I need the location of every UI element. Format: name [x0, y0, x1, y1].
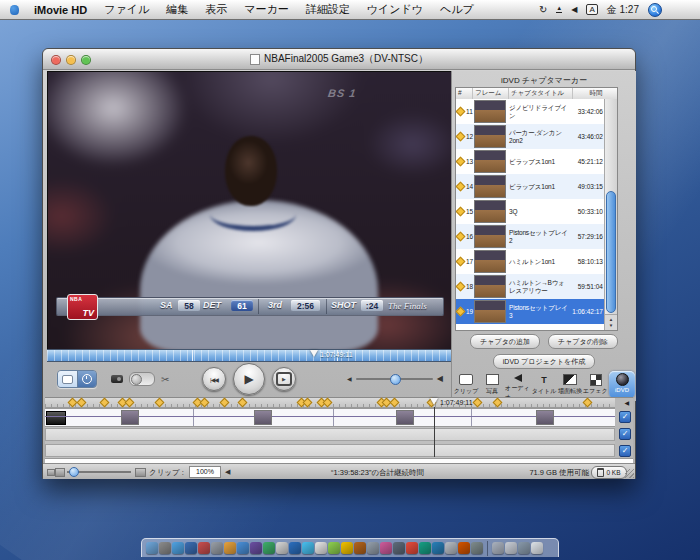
zoom-slider-knob[interactable] — [69, 467, 79, 477]
scrollbar-arrows[interactable]: ▲ ▼ — [605, 314, 617, 330]
clip-viewer-button[interactable] — [58, 371, 78, 387]
camera-edit-toggle[interactable] — [129, 372, 155, 386]
clip-volume-icon[interactable]: ◀ — [225, 468, 230, 476]
dock-icon[interactable] — [198, 542, 210, 554]
chapter-row[interactable]: 14ビラップス1on149:03:15 — [456, 174, 605, 199]
minimize-button[interactable] — [66, 55, 76, 65]
dock-icon[interactable] — [315, 542, 327, 554]
dock-icon[interactable] — [263, 542, 275, 554]
menu-help[interactable]: ヘルプ — [440, 2, 474, 17]
audio1-track-checkbox[interactable]: ✓ — [619, 428, 631, 440]
close-button[interactable] — [51, 55, 61, 65]
fullscreen-button[interactable]: ▶ — [272, 367, 296, 391]
play-button[interactable]: ▶ — [233, 363, 265, 395]
menu-app[interactable]: iMovie HD — [34, 4, 87, 16]
dock-icon[interactable] — [531, 542, 543, 554]
timeline-ruler[interactable] — [45, 398, 615, 408]
scroll-down-icon[interactable]: ▼ — [609, 323, 613, 329]
menu-window[interactable]: ウインドウ — [367, 2, 423, 17]
spotlight-icon[interactable] — [648, 3, 662, 17]
chapter-thumbnail — [474, 100, 506, 123]
project-trash-button[interactable]: 0 KB — [591, 466, 627, 479]
eject-icon[interactable]: ▲ — [556, 6, 562, 13]
rewind-button[interactable]: |◀◀ — [202, 367, 226, 391]
dock-icon[interactable] — [492, 542, 504, 554]
tab-idvd[interactable]: iDVD — [609, 371, 635, 398]
dock-icon[interactable] — [328, 542, 340, 554]
video-monitor[interactable]: BS 1 NBA TV SA 58 DET 61 3rd 2:56 SHOT :… — [47, 71, 453, 350]
volume-knob[interactable] — [390, 374, 401, 385]
menu-advanced[interactable]: 詳細設定 — [306, 2, 350, 17]
resize-grip[interactable] — [625, 469, 634, 478]
dock-icon[interactable] — [302, 542, 314, 554]
delete-chapter-button[interactable]: チャプタの削除 — [548, 334, 618, 349]
tab-transitions[interactable]: 場面転換 — [557, 371, 583, 398]
audio2-track-checkbox[interactable]: ✓ — [619, 445, 631, 457]
dock-icon[interactable] — [432, 542, 444, 554]
scrubber-playhead[interactable] — [310, 350, 318, 357]
input-method-icon[interactable]: A — [586, 4, 597, 15]
tab-effects[interactable]: エフェクト — [583, 371, 609, 398]
chapter-row[interactable]: 17ハミルトン1on158:10:13 — [456, 249, 605, 274]
volume-slider[interactable] — [356, 378, 433, 380]
dock-icon[interactable] — [224, 542, 236, 554]
dock-icon[interactable] — [211, 542, 223, 554]
dock-icon[interactable] — [505, 542, 517, 554]
dock-icon[interactable] — [172, 542, 184, 554]
zoom-button[interactable] — [81, 55, 91, 65]
add-chapter-button[interactable]: チャプタの追加 — [470, 334, 540, 349]
viewer-mode-switch[interactable] — [57, 370, 97, 388]
dock-icon[interactable] — [250, 542, 262, 554]
chapter-row[interactable]: 13ビラップス1on145:21:12 — [456, 149, 605, 174]
audio-track-1[interactable] — [45, 428, 615, 441]
volume-icon[interactable]: ◀ — [571, 5, 577, 14]
chapter-row[interactable]: 12パーカー,ダンカン2on243:46:02 — [456, 124, 605, 149]
dock-icon[interactable] — [146, 542, 158, 554]
apple-menu-icon[interactable] — [10, 5, 19, 15]
dock-icon[interactable] — [518, 542, 530, 554]
dock-icon[interactable] — [341, 542, 353, 554]
create-idvd-project-button[interactable]: iDVD プロジェクトを作成 — [493, 354, 595, 369]
menu-file[interactable]: ファイル — [104, 2, 149, 17]
dock-icon[interactable] — [406, 542, 418, 554]
sync-icon[interactable]: ↻ — [539, 4, 547, 15]
dock-icon[interactable] — [354, 542, 366, 554]
dock-icon[interactable] — [419, 542, 431, 554]
tab-audio[interactable]: オーディオ — [505, 371, 531, 398]
dock-icon[interactable] — [380, 542, 392, 554]
chapter-row[interactable]: 11ジノビリドライブイン33:42:06 — [456, 99, 605, 124]
rewind-icon: |◀◀ — [210, 376, 218, 383]
audio-track-2[interactable] — [45, 444, 615, 457]
dock-icon[interactable] — [276, 542, 288, 554]
video-track-checkbox[interactable]: ✓ — [619, 411, 631, 423]
clip-speed-field[interactable]: 100% — [189, 466, 221, 478]
tab-photos[interactable]: 写真 — [479, 371, 505, 398]
menu-edit[interactable]: 編集 — [166, 2, 188, 17]
tab-titles[interactable]: Tタイトル — [531, 371, 557, 398]
dock-icon[interactable] — [445, 542, 457, 554]
dock-icon[interactable] — [237, 542, 249, 554]
chapter-row[interactable]: 18ハミルトン→Bウォレスアリウー59:51:04 — [456, 274, 605, 299]
clip-segment-start[interactable] — [46, 411, 66, 425]
chapter-row[interactable]: 16Pistonsセットプレイ257:29:16 — [456, 224, 605, 249]
tab-clips[interactable]: クリップ — [453, 371, 479, 398]
dock-icon[interactable] — [458, 542, 470, 554]
dock-icon[interactable] — [471, 542, 483, 554]
timeline-zoom-slider[interactable] — [67, 471, 131, 473]
timeline-playhead[interactable] — [430, 398, 438, 405]
chapter-row[interactable]: 19Pistonsセットプレイ31:06:42:17 — [456, 299, 605, 324]
dock-icon[interactable] — [393, 542, 405, 554]
menu-clock[interactable]: 金 1:27 — [607, 3, 639, 17]
dock-icon[interactable] — [367, 542, 379, 554]
chapter-scrollbar[interactable]: ▲ ▼ — [604, 99, 617, 330]
video-track[interactable] — [45, 408, 615, 427]
dock-icon[interactable] — [159, 542, 171, 554]
dock-icon[interactable] — [289, 542, 301, 554]
menu-markers[interactable]: マーカー — [244, 2, 289, 17]
dock-icon[interactable] — [185, 542, 197, 554]
title-bar[interactable]: NBAFinal2005 Game3（DV-NTSC） — [43, 49, 635, 70]
timeline-viewer-button[interactable] — [78, 371, 97, 387]
scrollbar-thumb[interactable] — [606, 191, 616, 313]
menu-view[interactable]: 表示 — [205, 2, 227, 17]
chapter-row[interactable]: 153Q50:33:10 — [456, 199, 605, 224]
